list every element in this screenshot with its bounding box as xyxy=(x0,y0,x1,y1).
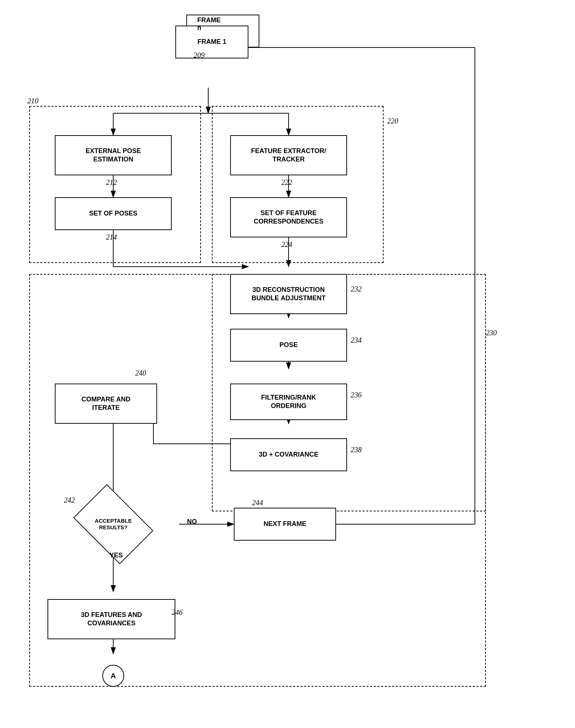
dashed-box-220 xyxy=(212,106,384,263)
filtering-box: FILTERING/RANK ORDERING xyxy=(230,384,347,420)
label-214: 214 xyxy=(106,233,117,241)
external-pose-box: EXTERNAL POSE ESTIMATION xyxy=(55,135,172,175)
features-covariances-box: 3D FEATURES AND COVARIANCES xyxy=(47,599,175,639)
connector-a: A xyxy=(102,665,124,687)
label-222: 222 xyxy=(281,178,292,187)
feature-extractor-label: FEATURE EXTRACTOR/ TRACKER xyxy=(251,147,326,164)
label-242: 242 xyxy=(64,496,75,504)
pose-label: POSE xyxy=(279,341,298,349)
set-of-features-box: SET OF FEATURE CORRESPONDENCES xyxy=(230,197,347,237)
label-209: 209 xyxy=(194,51,205,60)
frame-1-label: FRAME 1 xyxy=(197,38,226,46)
set-of-poses-box: SET OF POSES xyxy=(55,197,172,230)
covariance-box: 3D + COVARIANCE xyxy=(230,438,347,471)
diagram-container: FRAME 1 FRAME n 209 210 220 230 EXTERNAL… xyxy=(0,0,575,728)
feature-extractor-box: FEATURE EXTRACTOR/ TRACKER xyxy=(230,135,347,175)
covariance-label: 3D + COVARIANCE xyxy=(259,450,318,459)
next-frame-label: NEXT FRAME xyxy=(264,520,306,528)
reconstruction-label: 3D RECONSTRUCTION BUNDLE ADJUSTMENT xyxy=(252,286,325,303)
label-232: 232 xyxy=(351,285,362,293)
filtering-label: FILTERING/RANK ORDERING xyxy=(261,393,316,411)
label-238: 238 xyxy=(351,446,362,454)
no-label: NO xyxy=(187,518,197,526)
label-246: 246 xyxy=(172,608,183,617)
set-of-features-label: SET OF FEATURE CORRESPONDENCES xyxy=(254,209,323,226)
label-236: 236 xyxy=(351,391,362,399)
acceptable-label: ACCEPTABLE RESULTS? xyxy=(80,500,146,548)
next-frame-box: NEXT FRAME xyxy=(234,508,336,541)
frame-n-label: FRAME n xyxy=(197,16,221,32)
acceptable-diamond: ACCEPTABLE RESULTS? xyxy=(80,500,146,548)
yes-label: YES xyxy=(110,552,123,559)
reconstruction-box: 3D RECONSTRUCTION BUNDLE ADJUSTMENT xyxy=(230,274,347,314)
label-212: 212 xyxy=(106,178,117,187)
pose-box: POSE xyxy=(230,329,347,362)
set-of-poses-label: SET OF POSES xyxy=(89,209,137,218)
label-224: 224 xyxy=(281,240,292,249)
label-220: 220 xyxy=(387,117,398,125)
connector-a-label: A xyxy=(111,672,116,680)
label-230: 230 xyxy=(486,329,497,337)
compare-iterate-label: COMPARE AND ITERATE xyxy=(81,395,130,412)
external-pose-label: EXTERNAL POSE ESTIMATION xyxy=(85,147,141,164)
label-210: 210 xyxy=(27,97,38,105)
features-covariances-label: 3D FEATURES AND COVARIANCES xyxy=(81,611,142,628)
label-234: 234 xyxy=(351,336,362,344)
label-240: 240 xyxy=(135,369,146,377)
compare-iterate-box: COMPARE AND ITERATE xyxy=(55,384,157,424)
label-244: 244 xyxy=(252,499,263,507)
